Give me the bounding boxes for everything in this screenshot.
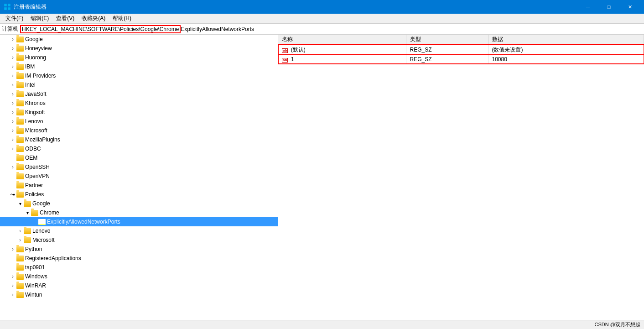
title-bar: 注册表编辑器 ─ □ ✕ bbox=[0, 0, 644, 14]
svg-rect-1 bbox=[8, 4, 10, 6]
tree-item-huorong[interactable]: Huorong bbox=[0, 53, 278, 62]
tree-label-openssh: OpenSSH bbox=[25, 164, 50, 170]
expand-ibm[interactable] bbox=[9, 63, 16, 70]
tree-item-lenovo[interactable]: Lenovo bbox=[0, 117, 278, 126]
tree-item-policies-chrome[interactable]: ▾ Chrome bbox=[0, 208, 278, 217]
tree-item-odbc[interactable]: ODBC bbox=[0, 144, 278, 153]
tree-item-tap0901[interactable]: tap0901 bbox=[0, 263, 278, 272]
close-button[interactable]: ✕ bbox=[619, 0, 640, 14]
col-header-type[interactable]: 类型 bbox=[406, 35, 488, 45]
tree-label-im-providers: IM Providers bbox=[25, 73, 56, 79]
ab-icon-default: ab bbox=[282, 48, 288, 53]
expand-policies[interactable]: ▾ bbox=[9, 191, 16, 198]
tree-item-policies-ports[interactable]: ExplicitlyAllowedNetworkPorts bbox=[0, 217, 278, 226]
folder-icon-javasoft bbox=[16, 91, 24, 97]
menu-view[interactable]: 查看(V) bbox=[52, 14, 78, 23]
tree-item-policies[interactable]: ▾ Policies bbox=[0, 190, 278, 199]
expand-odbc[interactable] bbox=[9, 145, 16, 152]
tree-item-microsoft[interactable]: Microsoft bbox=[0, 126, 278, 135]
expand-windows[interactable] bbox=[9, 273, 16, 280]
tree-item-windows[interactable]: Windows bbox=[0, 272, 278, 281]
tree-item-openvpn[interactable]: OpenVPN bbox=[0, 172, 278, 181]
tree-item-javasoft[interactable]: JavaSoft bbox=[0, 89, 278, 99]
folder-icon-lenovo bbox=[16, 119, 24, 125]
menu-edit[interactable]: 编辑(E) bbox=[27, 14, 52, 23]
expand-im-providers[interactable] bbox=[9, 72, 16, 79]
tree-item-mozillaplugins[interactable]: MozillaPlugins bbox=[0, 135, 278, 144]
tree-label-ibm: IBM bbox=[25, 63, 35, 70]
expand-policies-chrome[interactable]: ▾ bbox=[24, 209, 31, 216]
registry-table: 名称 类型 数据 ab (默认) REG_SZ (数值未设置) bbox=[278, 35, 644, 64]
expand-winrar[interactable] bbox=[9, 282, 16, 289]
menu-favorites[interactable]: 收藏夹(A) bbox=[78, 14, 109, 23]
table-row[interactable]: ab (默认) REG_SZ (数值未设置) bbox=[278, 45, 644, 55]
folder-icon-ports bbox=[38, 219, 46, 225]
tree-item-winrar[interactable]: WinRAR bbox=[0, 281, 278, 290]
reg-data-1: 10080 bbox=[488, 55, 644, 64]
tree-panel[interactable]: Google Honeyview Huorong IBM IM Provider… bbox=[0, 35, 278, 320]
tree-item-registered-apps[interactable]: RegisteredApplications bbox=[0, 254, 278, 263]
tree-item-kingsoft[interactable]: Kingsoft bbox=[0, 108, 278, 117]
tree-item-khronos[interactable]: Khronos bbox=[0, 99, 278, 108]
tree-item-policies-microsoft[interactable]: Microsoft bbox=[0, 235, 278, 245]
col-header-name[interactable]: 名称 bbox=[278, 35, 406, 45]
expand-openssh[interactable] bbox=[9, 163, 16, 171]
app-icon bbox=[4, 3, 11, 10]
reg-name-1: ab 1 bbox=[278, 55, 406, 64]
expand-wintun[interactable] bbox=[9, 291, 16, 298]
expand-mozillaplugins[interactable] bbox=[9, 136, 16, 143]
folder-icon-mozillaplugins bbox=[16, 137, 24, 143]
tree-item-partner[interactable]: Partner bbox=[0, 181, 278, 190]
expand-policies-microsoft[interactable] bbox=[16, 236, 24, 244]
tree-label-huorong: Huorong bbox=[25, 54, 46, 61]
address-bar: 计算机 HKEY_LOCAL_MACHINE\SOFTWARE\Policies… bbox=[0, 24, 644, 35]
menu-file[interactable]: 文件(F) bbox=[2, 14, 27, 23]
minimize-button[interactable]: ─ bbox=[577, 0, 598, 14]
col-header-data[interactable]: 数据 bbox=[488, 35, 644, 45]
tree-item-intel[interactable]: Intel bbox=[0, 80, 278, 89]
tree-item-google[interactable]: Google bbox=[0, 35, 278, 44]
expand-javasoft[interactable] bbox=[9, 90, 16, 98]
expand-kingsoft[interactable] bbox=[9, 109, 16, 116]
expand-google[interactable] bbox=[9, 36, 16, 43]
tree-item-ibm[interactable]: IBM bbox=[0, 62, 278, 71]
reg-name-default: ab (默认) bbox=[278, 45, 406, 55]
expand-huorong[interactable] bbox=[9, 54, 16, 61]
tree-item-oem[interactable]: OEM bbox=[0, 153, 278, 162]
tree-item-python[interactable]: Python bbox=[0, 245, 278, 254]
svg-rect-0 bbox=[4, 4, 7, 6]
reg-type-default: REG_SZ bbox=[406, 45, 488, 55]
status-text: CSDN @双月不想起 bbox=[595, 321, 640, 328]
address-path-highlight: HKEY_LOCAL_MACHINE\SOFTWARE\Policies\Goo… bbox=[20, 25, 181, 33]
tree-item-wintun[interactable]: Wintun bbox=[0, 290, 278, 299]
tree-label-windows: Windows bbox=[25, 273, 47, 280]
table-row[interactable]: ab 1 REG_SZ 10080 bbox=[278, 55, 644, 64]
folder-icon-policies-chrome bbox=[31, 210, 38, 216]
expand-lenovo[interactable] bbox=[9, 118, 16, 125]
expand-python[interactable] bbox=[9, 245, 16, 253]
expand-khronos[interactable] bbox=[9, 99, 16, 107]
tree-item-honeyview[interactable]: Honeyview bbox=[0, 44, 278, 53]
expand-honeyview[interactable] bbox=[9, 45, 16, 52]
tree-item-policies-google[interactable]: ▾ Google bbox=[0, 199, 278, 208]
menu-help[interactable]: 帮助(H) bbox=[109, 14, 135, 23]
tree-label-oem: OEM bbox=[25, 155, 37, 161]
status-bar: CSDN @双月不想起 bbox=[0, 320, 644, 329]
tree-item-im-providers[interactable]: IM Providers bbox=[0, 71, 278, 80]
tree-item-openssh[interactable]: OpenSSH bbox=[0, 162, 278, 172]
expand-microsoft[interactable] bbox=[9, 127, 16, 134]
folder-icon-partner bbox=[16, 183, 24, 188]
tree-label-partner: Partner bbox=[25, 182, 43, 188]
expand-policies-lenovo[interactable] bbox=[16, 227, 24, 235]
tree-item-policies-lenovo[interactable]: Lenovo bbox=[0, 226, 278, 235]
reg-name-1-label: 1 bbox=[291, 56, 294, 63]
expand-intel[interactable] bbox=[9, 81, 16, 89]
reg-data-default: (数值未设置) bbox=[488, 45, 644, 55]
folder-icon-tap0901 bbox=[16, 265, 24, 271]
tree-label-intel: Intel bbox=[25, 82, 36, 88]
tree-label-kingsoft: Kingsoft bbox=[25, 109, 45, 115]
maximize-button[interactable]: □ bbox=[598, 0, 619, 14]
expand-policies-google[interactable]: ▾ bbox=[16, 200, 24, 207]
tree-label-mozillaplugins: MozillaPlugins bbox=[25, 136, 60, 143]
tree-label-registered-apps: RegisteredApplications bbox=[25, 255, 81, 261]
